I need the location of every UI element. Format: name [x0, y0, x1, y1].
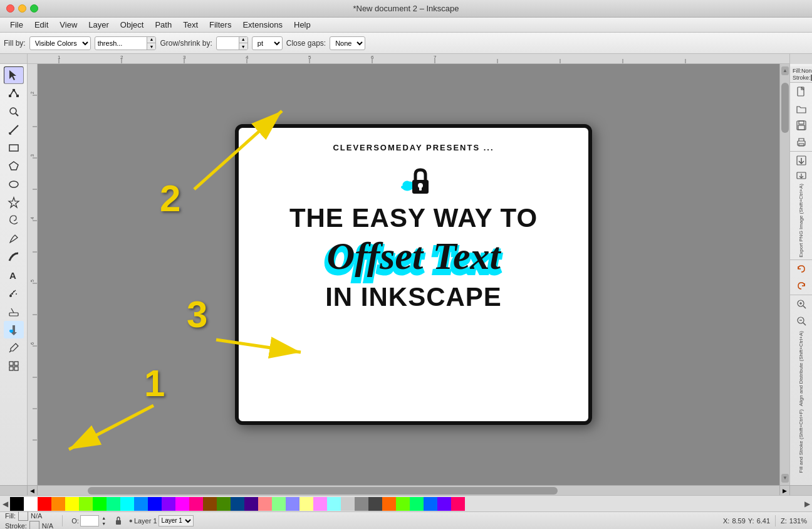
grow-shrink-up[interactable]: ▲ [239, 36, 247, 43]
polygon-tool[interactable] [4, 157, 24, 175]
lock-icon [395, 160, 432, 197]
palette-color-swatch[interactable] [341, 497, 355, 511]
maximize-button[interactable] [30, 4, 38, 13]
menu-path[interactable]: Path [150, 19, 177, 31]
scroll-up-arrow[interactable]: ▲ [781, 66, 789, 75]
palette-color-swatch[interactable] [65, 497, 79, 511]
svg-rect-22 [16, 95, 19, 97]
palette-color-swatch[interactable] [451, 497, 465, 511]
palette-color-swatch[interactable] [134, 497, 148, 511]
palette-color-swatch[interactable] [327, 497, 341, 511]
scroll-right-arrow[interactable]: ▶ [779, 486, 789, 496]
close-gaps-select[interactable]: None [330, 36, 365, 50]
eraser-tool[interactable] [4, 303, 24, 320]
palette-color-swatch[interactable] [244, 497, 258, 511]
palette-color-swatch[interactable] [51, 497, 65, 511]
thresh-input[interactable]: 15 [125, 37, 147, 50]
palette-color-swatch[interactable] [148, 497, 162, 511]
fill-paint-tool[interactable] [4, 321, 24, 338]
scrollbar-vertical[interactable]: ▲ ▼ [779, 64, 789, 485]
scroll-down-arrow[interactable]: ▼ [781, 474, 789, 483]
redo-button[interactable] [793, 278, 810, 294]
menu-help[interactable]: Help [289, 19, 316, 31]
print-button[interactable] [793, 134, 810, 150]
palette-color-swatch[interactable] [107, 497, 120, 511]
zoom-tool[interactable] [4, 103, 24, 120]
zoom-in-button[interactable] [793, 296, 810, 312]
zoom-out-button[interactable] [793, 313, 810, 329]
palette-color-swatch[interactable] [231, 497, 244, 511]
rectangle-tool[interactable] [4, 139, 24, 157]
undo-button[interactable] [793, 261, 810, 277]
spray-tool[interactable] [4, 285, 24, 302]
export-png-label-group [793, 170, 810, 181]
palette-color-swatch[interactable] [286, 497, 299, 511]
opacity-input[interactable]: 100 [80, 515, 99, 526]
palette-color-swatch[interactable] [189, 497, 203, 511]
menu-edit[interactable]: Edit [29, 19, 53, 31]
palette-color-swatch[interactable] [258, 497, 272, 511]
palette-color-swatch[interactable] [272, 497, 286, 511]
palette-color-swatch[interactable] [396, 497, 410, 511]
scroll-left-arrow[interactable]: ◀ [28, 486, 38, 496]
palette-color-swatch[interactable] [299, 497, 313, 511]
dropper-tool[interactable] [4, 339, 24, 357]
text-tool[interactable]: A [4, 266, 24, 284]
open-button[interactable] [793, 100, 810, 117]
menu-object[interactable]: Object [115, 19, 149, 31]
thresh-down[interactable]: ▼ [147, 43, 155, 50]
palette-color-swatch[interactable] [424, 497, 437, 511]
palette-color-swatch[interactable] [10, 497, 24, 511]
fill-by-select[interactable]: Visible Colors [29, 36, 91, 50]
palette-color-swatch[interactable] [162, 497, 175, 511]
unit-select[interactable]: pt px mm [252, 36, 283, 50]
import-button[interactable] [793, 152, 810, 169]
scroll-thumb-vertical[interactable] [781, 83, 789, 133]
menu-view[interactable]: View [55, 19, 82, 31]
palette-color-swatch[interactable] [38, 497, 51, 511]
palette-right-arrow[interactable]: ▶ [802, 496, 812, 512]
ellipse-tool[interactable] [4, 175, 24, 193]
calligraphy-tool[interactable] [4, 248, 24, 266]
opacity-up[interactable]: ▲ [100, 515, 108, 521]
export-png-button[interactable] [793, 170, 810, 181]
spiral-tool[interactable] [4, 212, 24, 229]
menu-file[interactable]: File [5, 19, 28, 31]
palette-color-swatch[interactable] [368, 497, 382, 511]
opacity-down[interactable]: ▼ [100, 521, 108, 526]
palette-color-swatch[interactable] [203, 497, 217, 511]
palette-color-swatch[interactable] [93, 497, 107, 511]
palette-color-swatch[interactable] [437, 497, 451, 511]
palette-color-swatch[interactable] [410, 497, 424, 511]
close-button[interactable] [6, 4, 14, 13]
palette-color-swatch[interactable] [175, 497, 189, 511]
scroll-thumb-horizontal[interactable] [88, 487, 558, 495]
node-tool[interactable] [4, 85, 24, 102]
grow-shrink-input[interactable]: 9.00 [217, 37, 239, 50]
svg-marker-31 [9, 197, 19, 207]
star-tool[interactable] [4, 194, 24, 211]
palette-color-swatch[interactable] [382, 497, 396, 511]
scrollbar-horizontal-area[interactable] [38, 486, 779, 496]
menu-filters[interactable]: Filters [204, 19, 236, 31]
palette-color-swatch[interactable] [355, 497, 368, 511]
layer-select[interactable]: Layer 1 [159, 515, 194, 526]
select-tool[interactable] [4, 66, 24, 84]
minimize-button[interactable] [18, 4, 26, 13]
palette-left-arrow[interactable]: ◀ [0, 496, 10, 512]
palette-color-swatch[interactable] [24, 497, 38, 511]
palette-color-swatch[interactable] [79, 497, 93, 511]
palette-color-swatch[interactable] [313, 497, 327, 511]
thresh-up[interactable]: ▲ [147, 36, 155, 43]
save-button[interactable] [793, 117, 810, 134]
grow-shrink-down[interactable]: ▼ [239, 43, 247, 50]
menu-extensions[interactable]: Extensions [237, 19, 288, 31]
measure-tool[interactable] [4, 121, 24, 139]
palette-color-swatch[interactable] [217, 497, 231, 511]
menu-text[interactable]: Text [178, 19, 203, 31]
new-doc-button[interactable] [793, 83, 810, 100]
palette-color-swatch[interactable] [120, 497, 134, 511]
pencil-tool[interactable] [4, 230, 24, 248]
symbol-tool[interactable] [4, 357, 24, 375]
menu-layer[interactable]: Layer [83, 19, 114, 31]
